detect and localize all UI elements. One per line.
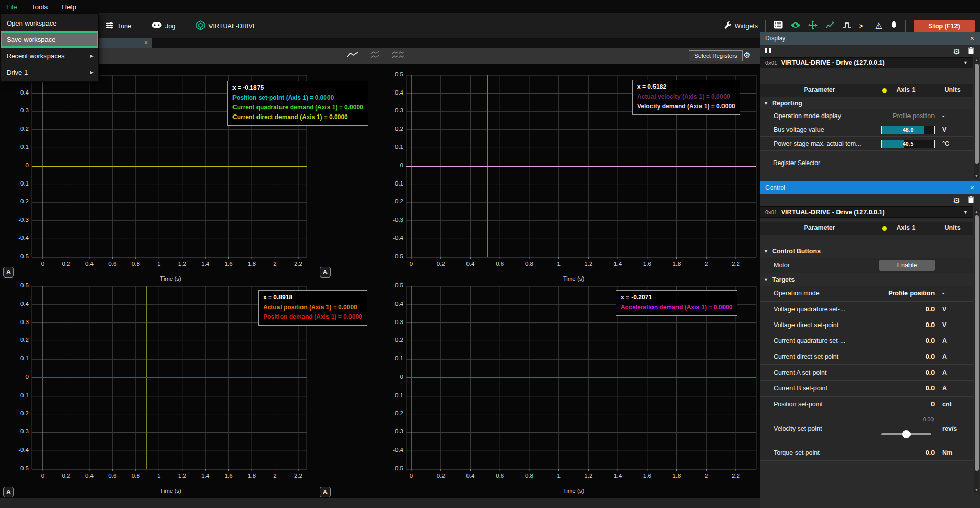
move-widget-toggle[interactable] [808,20,818,32]
wave-widget-button[interactable] [843,21,852,31]
jog-label: Jog [165,22,175,30]
parameter-value[interactable]: 0.0 [926,369,935,376]
scope-plot-bottom-left[interactable]: 0.50.40.30.20.10-0.1-0.2-0.3-0.4-0.500.2… [0,284,316,503]
scrollbar-thumb[interactable] [975,64,979,164]
x-tick-label: 0.4 [460,473,480,479]
trash-icon[interactable] [968,196,974,205]
table-row: Bus voltage value48.0V [760,123,973,137]
parameter-value[interactable]: 0.0 [926,385,935,392]
tooltip-x-value: x = 0.8918 [263,293,362,303]
console-button[interactable]: >_ [859,22,868,30]
bell-icon[interactable] [890,21,898,31]
scope-widget-toggle[interactable] [825,21,835,31]
parameter-name: Bus voltage value [760,123,879,136]
section-reporting[interactable]: ▼ Reporting [760,97,973,109]
column-units: Units [945,86,961,94]
layout-quad-plot-button[interactable] [391,51,405,61]
table-row: Current direct set-point0.0A [760,349,973,365]
y-tick-label: -0.5 [8,253,29,259]
autoscale-button[interactable]: A [3,267,14,278]
parameter-units: A [939,365,973,380]
chevron-down-icon: ▼ [764,101,768,106]
x-tick-label: 1.8 [242,473,262,479]
autoscale-button[interactable]: A [320,267,331,278]
file-menu-item-open-workspace[interactable]: Open workspace [1,15,98,31]
select-registers-button[interactable]: Select Registers [689,50,743,61]
slider-value: 0.00 [923,416,934,422]
x-tick-label: 0.4 [79,473,100,479]
stop-button[interactable]: Stop (F12) [914,20,975,32]
trash-icon[interactable] [968,47,974,56]
value-bar: 48.0 [881,126,935,134]
scroll-up-icon[interactable]: ▲ [974,57,979,63]
gear-icon[interactable]: ⚙ [953,48,960,55]
menu-tools[interactable]: Tools [32,3,48,11]
parameter-value[interactable]: 0 [931,401,935,408]
parameter-value[interactable]: 0.0 [926,449,935,456]
display-widget-toggle[interactable] [790,21,801,31]
scroll-down-icon[interactable]: ▼ [974,173,979,179]
pause-icon[interactable] [765,48,773,55]
file-menu-item-save-workspace[interactable]: Save workspace [1,31,98,48]
menu-help[interactable]: Help [62,3,76,11]
autoscale-button[interactable]: A [3,487,14,497]
scroll-down-icon[interactable]: ▼ [974,487,979,493]
widgets-button[interactable]: Widgets [724,21,758,31]
table-row: MotorEnable [760,258,973,273]
drive-button[interactable]: VIRTUAL-DRIVE [196,20,257,32]
file-menu-item-recent-workspaces[interactable]: Recent workspaces▶ [1,48,98,64]
drive-selector[interactable]: 0x01 VIRTUAL-DRIVE - Drive (127.0.0.1) ▼ [760,57,973,68]
close-icon[interactable]: × [970,183,974,192]
parameter-value[interactable]: 0.0 [926,306,935,313]
x-tick-label: 1 [549,261,569,267]
y-tick-label: 0.5 [8,282,29,288]
y-tick-label: 0.3 [8,107,29,113]
menu-file[interactable]: File [6,3,17,11]
autoscale-button[interactable]: A [320,487,331,497]
drive-selector[interactable]: 0x01 VIRTUAL-DRIVE - Drive (127.0.0.1) ▼ [760,206,973,218]
parameter-value[interactable]: 0.0 [926,321,935,329]
control-scrollbar[interactable]: ▲ ▼ [974,209,979,493]
layout-single-plot-button[interactable] [346,51,359,61]
table-header: Parameter Axis 1 Units [760,84,973,97]
parameter-name: Current quadrature set-... [760,333,879,349]
layout-dual-plot-button[interactable] [369,51,381,61]
tune-button[interactable]: Tune [105,21,131,31]
parameter-units: Nm [939,445,973,460]
parameter-value-cell: 40.5 [879,137,939,150]
parameter-units: V [939,123,973,136]
parameter-value[interactable]: 0.0 [926,353,935,360]
section-control-buttons[interactable]: ▼ Control Buttons [760,245,973,258]
y-tick-label: 0.1 [383,144,403,150]
parameter-name: Current A set-point [760,365,879,380]
scope-plot-bottom-right[interactable]: 0.50.40.30.20.10-0.1-0.2-0.3-0.4-0.500.2… [317,284,760,503]
x-tick-label: 2 [265,261,286,267]
display-scrollbar[interactable]: ▲ ▼ [974,57,979,179]
parameter-value-cell: 48.0 [879,123,939,136]
value-bar-text: 40.5 [882,141,934,147]
x-tick-label: 2.2 [726,261,746,267]
scrollbar-thumb[interactable] [975,215,979,471]
motor-enable-button[interactable]: Enable [879,260,935,271]
jog-button[interactable]: Jog [152,21,175,30]
section-targets[interactable]: ▼ Targets [760,273,973,286]
x-tick-label: 2.2 [726,473,746,479]
close-icon[interactable]: × [970,34,974,42]
scope-plot-top-left[interactable]: 0.50.40.30.20.10-0.1-0.2-0.3-0.4-0.500.2… [0,64,316,284]
scope-plot-top-right[interactable]: 0.50.40.30.20.10-0.1-0.2-0.3-0.4-0.500.2… [317,64,760,284]
close-icon[interactable]: × [144,39,148,47]
file-menu-item-drive-1[interactable]: Drive 1▶ [1,64,98,80]
parameter-value[interactable]: 0.0 [926,337,935,344]
scroll-up-icon[interactable]: ▲ [974,209,979,214]
register-list-button[interactable] [774,21,783,31]
parameter-value-cell: 0.0 [879,365,939,380]
x-tick-label: 1.4 [195,473,216,479]
gear-icon[interactable]: ⚙ [743,51,750,60]
parameter-name: Current direct set-point [760,349,879,364]
parameter-value[interactable]: Profile position [888,290,935,297]
warning-icon[interactable]: ⚠ [875,22,882,30]
register-selector-link[interactable]: Register Selector [760,153,980,173]
slider-thumb[interactable] [902,430,911,438]
gear-icon[interactable]: ⚙ [953,197,960,204]
velocity-slider[interactable]: 0.00 [879,412,935,445]
